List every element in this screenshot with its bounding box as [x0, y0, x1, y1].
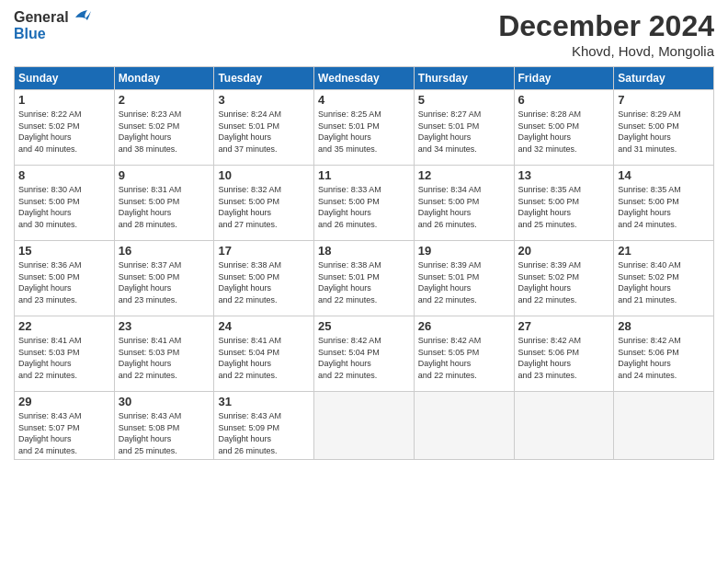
table-row [614, 392, 714, 460]
day-number: 21 [618, 244, 710, 258]
col-friday: Friday [514, 67, 614, 90]
day-number: 15 [18, 244, 110, 258]
day-number: 16 [119, 244, 210, 258]
table-row: 16 Sunrise: 8:37 AMSunset: 5:00 PMDaylig… [114, 241, 214, 316]
logo-text-blue: Blue [14, 26, 46, 42]
table-row: 9 Sunrise: 8:31 AMSunset: 5:00 PMDayligh… [114, 166, 214, 241]
day-number: 9 [119, 168, 210, 182]
day-info: Sunrise: 8:43 AMSunset: 5:07 PMDaylight … [18, 411, 82, 455]
logo-text-general: General [14, 9, 69, 26]
page: General Blue December 2024 Khovd, Hovd, … [0, 0, 728, 563]
table-row: 22 Sunrise: 8:41 AMSunset: 5:03 PMDaylig… [15, 316, 115, 392]
table-row: 27 Sunrise: 8:42 AMSunset: 5:06 PMDaylig… [514, 316, 614, 392]
table-row: 4 Sunrise: 8:25 AMSunset: 5:01 PMDayligh… [314, 90, 415, 166]
day-number: 10 [218, 168, 310, 182]
calendar: Sunday Monday Tuesday Wednesday Thursday… [14, 66, 714, 460]
day-number: 26 [418, 319, 510, 333]
location: Khovd, Hovd, Mongolia [498, 43, 714, 59]
day-info: Sunrise: 8:38 AMSunset: 5:01 PMDaylight … [318, 260, 381, 304]
logo-container: General Blue [14, 9, 91, 42]
table-row: 11 Sunrise: 8:33 AMSunset: 5:00 PMDaylig… [314, 166, 415, 241]
day-info: Sunrise: 8:39 AMSunset: 5:02 PMDaylight … [518, 260, 582, 304]
day-info: Sunrise: 8:34 AMSunset: 5:00 PMDaylight … [418, 185, 482, 229]
day-number: 23 [119, 319, 210, 333]
day-info: Sunrise: 8:36 AMSunset: 5:00 PMDaylight … [18, 260, 82, 304]
table-row: 24 Sunrise: 8:41 AMSunset: 5:04 PMDaylig… [214, 316, 314, 392]
table-row: 6 Sunrise: 8:28 AMSunset: 5:00 PMDayligh… [514, 90, 614, 166]
day-number: 24 [218, 319, 310, 333]
table-row: 7 Sunrise: 8:29 AMSunset: 5:00 PMDayligh… [614, 90, 714, 166]
day-info: Sunrise: 8:27 AMSunset: 5:01 PMDaylight … [418, 109, 482, 154]
day-number: 30 [119, 395, 210, 408]
day-info: Sunrise: 8:43 AMSunset: 5:08 PMDaylight … [119, 411, 182, 455]
day-number: 18 [318, 244, 410, 258]
day-number: 22 [18, 319, 110, 333]
col-wednesday: Wednesday [314, 67, 415, 90]
table-row: 17 Sunrise: 8:38 AMSunset: 5:00 PMDaylig… [214, 241, 314, 316]
table-row: 1 Sunrise: 8:22 AMSunset: 5:02 PMDayligh… [15, 90, 115, 166]
day-number: 11 [318, 168, 410, 182]
table-row: 18 Sunrise: 8:38 AMSunset: 5:01 PMDaylig… [314, 241, 415, 316]
col-monday: Monday [114, 67, 214, 90]
day-info: Sunrise: 8:42 AMSunset: 5:06 PMDaylight … [518, 336, 582, 380]
day-info: Sunrise: 8:29 AMSunset: 5:00 PMDaylight … [618, 109, 681, 154]
day-number: 29 [18, 395, 110, 408]
day-number: 6 [518, 93, 610, 107]
col-saturday: Saturday [614, 67, 714, 90]
day-number: 5 [418, 93, 510, 107]
day-number: 8 [18, 168, 110, 182]
header: General Blue December 2024 Khovd, Hovd, … [14, 9, 714, 59]
day-number: 20 [518, 244, 610, 258]
col-sunday: Sunday [15, 67, 115, 90]
day-info: Sunrise: 8:37 AMSunset: 5:00 PMDaylight … [119, 260, 182, 304]
table-row: 30 Sunrise: 8:43 AMSunset: 5:08 PMDaylig… [114, 392, 214, 460]
table-row [514, 392, 614, 460]
day-info: Sunrise: 8:35 AMSunset: 5:00 PMDaylight … [518, 185, 582, 229]
day-number: 14 [618, 168, 710, 182]
day-number: 12 [418, 168, 510, 182]
day-info: Sunrise: 8:28 AMSunset: 5:00 PMDaylight … [518, 109, 582, 154]
table-row: 20 Sunrise: 8:39 AMSunset: 5:02 PMDaylig… [514, 241, 614, 316]
table-row: 5 Sunrise: 8:27 AMSunset: 5:01 PMDayligh… [414, 90, 514, 166]
table-row [414, 392, 514, 460]
day-info: Sunrise: 8:41 AMSunset: 5:03 PMDaylight … [18, 336, 82, 380]
table-row: 14 Sunrise: 8:35 AMSunset: 5:00 PMDaylig… [614, 166, 714, 241]
day-number: 13 [518, 168, 610, 182]
day-number: 27 [518, 319, 610, 333]
table-row [314, 392, 415, 460]
day-number: 2 [119, 93, 210, 107]
day-number: 7 [618, 93, 710, 107]
table-row: 31 Sunrise: 8:43 AMSunset: 5:09 PMDaylig… [214, 392, 314, 460]
day-number: 19 [418, 244, 510, 258]
day-info: Sunrise: 8:30 AMSunset: 5:00 PMDaylight … [18, 185, 82, 229]
day-info: Sunrise: 8:25 AMSunset: 5:01 PMDaylight … [318, 109, 381, 154]
day-number: 3 [218, 93, 310, 107]
day-info: Sunrise: 8:41 AMSunset: 5:03 PMDaylight … [119, 336, 182, 380]
table-row: 25 Sunrise: 8:42 AMSunset: 5:04 PMDaylig… [314, 316, 415, 392]
day-info: Sunrise: 8:38 AMSunset: 5:00 PMDaylight … [218, 260, 281, 304]
day-number: 25 [318, 319, 410, 333]
table-row: 2 Sunrise: 8:23 AMSunset: 5:02 PMDayligh… [114, 90, 214, 166]
table-row: 21 Sunrise: 8:40 AMSunset: 5:02 PMDaylig… [614, 241, 714, 316]
table-row: 12 Sunrise: 8:34 AMSunset: 5:00 PMDaylig… [414, 166, 514, 241]
day-info: Sunrise: 8:31 AMSunset: 5:00 PMDaylight … [119, 185, 182, 229]
title-block: December 2024 Khovd, Hovd, Mongolia [498, 9, 714, 59]
day-info: Sunrise: 8:35 AMSunset: 5:00 PMDaylight … [618, 185, 681, 229]
day-info: Sunrise: 8:23 AMSunset: 5:02 PMDaylight … [119, 109, 182, 154]
table-row: 26 Sunrise: 8:42 AMSunset: 5:05 PMDaylig… [414, 316, 514, 392]
table-row: 3 Sunrise: 8:24 AMSunset: 5:01 PMDayligh… [214, 90, 314, 166]
day-info: Sunrise: 8:24 AMSunset: 5:01 PMDaylight … [218, 109, 281, 154]
logo-bird-icon [71, 9, 91, 26]
table-row: 13 Sunrise: 8:35 AMSunset: 5:00 PMDaylig… [514, 166, 614, 241]
day-info: Sunrise: 8:22 AMSunset: 5:02 PMDaylight … [18, 109, 82, 154]
day-info: Sunrise: 8:32 AMSunset: 5:00 PMDaylight … [218, 185, 281, 229]
logo: General Blue [14, 9, 91, 42]
day-info: Sunrise: 8:40 AMSunset: 5:02 PMDaylight … [618, 260, 681, 304]
table-row: 28 Sunrise: 8:42 AMSunset: 5:06 PMDaylig… [614, 316, 714, 392]
table-row: 19 Sunrise: 8:39 AMSunset: 5:01 PMDaylig… [414, 241, 514, 316]
calendar-header-row: Sunday Monday Tuesday Wednesday Thursday… [15, 67, 714, 90]
day-info: Sunrise: 8:33 AMSunset: 5:00 PMDaylight … [318, 185, 381, 229]
col-thursday: Thursday [414, 67, 514, 90]
table-row: 15 Sunrise: 8:36 AMSunset: 5:00 PMDaylig… [15, 241, 115, 316]
day-info: Sunrise: 8:41 AMSunset: 5:04 PMDaylight … [218, 336, 281, 380]
